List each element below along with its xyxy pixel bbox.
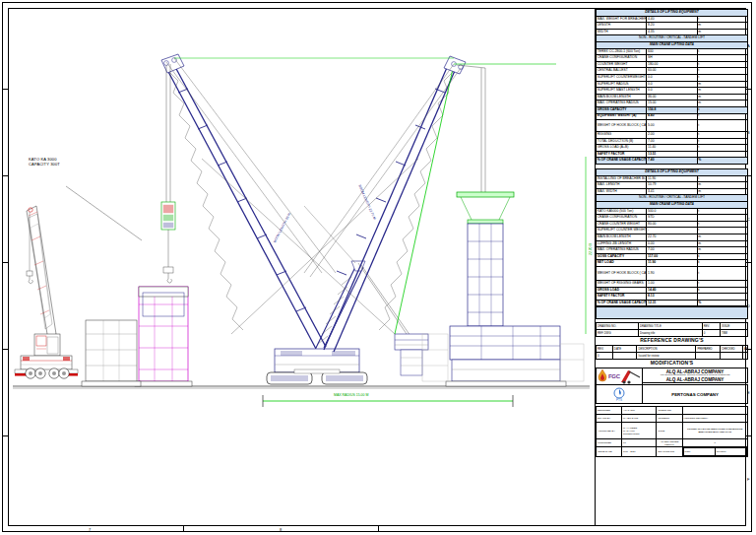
zone-tick	[2, 262, 9, 263]
row-value: 15.00	[647, 100, 697, 107]
row-value: 500.0	[647, 208, 697, 215]
hook-block-label: WEIGHT OF HOOK BLOCK ( CAP:150t)(HOOK PA…	[597, 266, 647, 280]
row-unit: m	[697, 88, 747, 95]
net-load-label: NET LOAD	[597, 260, 647, 267]
equipment-weight-value: 4.40	[647, 113, 697, 120]
row-label: LENGTH	[597, 23, 647, 30]
row-value: SH	[647, 55, 697, 62]
hook-block-value: 5.00	[647, 120, 697, 132]
row-value: 8.20	[647, 23, 697, 30]
row-label: MAX. OPERATING RADIUS	[597, 100, 647, 107]
zone-tick	[2, 175, 9, 176]
row-value: -	[647, 228, 697, 234]
spreader-beam	[457, 192, 514, 197]
gross-capacity-unit: t	[697, 106, 747, 113]
row-unit: m	[697, 234, 747, 241]
row-unit: m	[697, 188, 747, 195]
row-label: SUPERLIFT COUNTER WEIGHT	[597, 228, 647, 234]
safety-factor-unit	[697, 151, 747, 158]
mod-cell-3	[696, 353, 721, 360]
crane-elevation-drawing	[9, 9, 594, 525]
zone-tick	[378, 526, 379, 532]
drawing-sheet: A B C D E F 7 8	[0, 0, 756, 535]
row-value: 36.00	[647, 94, 697, 100]
titleblock-key: DESIGNED	[597, 407, 622, 415]
logo-group: FGC	[597, 368, 642, 384]
row-value: 3.41	[647, 188, 697, 195]
row-label: CENTRAL BALLEST	[597, 68, 647, 75]
row-unit: t	[697, 68, 747, 75]
row-label: COUNTER WEIGHT	[597, 61, 647, 68]
equipment-weight-label: EQUIPMENT WEIGHT (A)	[597, 113, 647, 120]
ref-header-0: DRAWING NO.	[597, 323, 639, 330]
flame-icon	[597, 368, 608, 384]
row-label: SUPERLIFT RADIUS	[597, 81, 647, 88]
row-value: 4.35	[647, 29, 697, 35]
titleblock-revision-label: Revision	[715, 448, 746, 456]
ref-cell-0: REF. DWG	[597, 330, 639, 337]
zone-tick	[2, 89, 9, 90]
row-value: 4.40	[647, 16, 697, 23]
table2-lift-class-band: NON - ROUTINE / CRITICAL -TANDEM LIFT	[597, 195, 748, 202]
gross-capacity-value: 156.8	[647, 106, 697, 113]
table2-subheader: MAIN CRANE LIFTING DATA	[597, 202, 748, 209]
client-company-name: PERTONAS COMPANY	[671, 392, 719, 397]
row-unit: m	[697, 100, 747, 107]
titleblock-value: 3/10 - 2024	[622, 447, 657, 457]
usage-capacity-unit: %	[697, 300, 747, 306]
title-and-data-panel: DETAILS OF LIFTING EQUIPMENT MAX. WEIGHT…	[596, 9, 748, 525]
hook-block-unit: t	[697, 120, 747, 132]
mod-header-3: PREPARED	[696, 346, 721, 353]
row-unit: t	[697, 16, 747, 23]
title-block: DESIGNED ALI JASIM CLIENT NO. DRAWN BY M…	[596, 406, 748, 457]
row-value: 0.0	[647, 88, 697, 95]
goss-capacity-value: 117.00	[647, 253, 697, 260]
gross-load-unit: t	[697, 287, 747, 294]
svg-text:PTS: PTS	[616, 397, 622, 401]
titleblock-rev: 0	[682, 439, 747, 447]
titleblock-key: TITLE	[657, 423, 682, 439]
logo-text: FGC	[608, 373, 620, 379]
ref-cell-3: TBM	[721, 330, 748, 337]
mod-cell-4	[720, 353, 742, 360]
titleblock-key: DRAWN BY	[597, 415, 622, 423]
row-value: 10.79	[647, 182, 697, 189]
mod-header-0: REV.	[597, 346, 613, 353]
titleblock-value: ALI JASIM	[622, 407, 657, 415]
row-label: CRANE CONFIGURATION	[597, 55, 647, 62]
gross-capacity-label: GROSS CAPACITY	[597, 106, 647, 113]
titleblock-page-label: Page	[683, 448, 715, 456]
goss-capacity-unit: t	[697, 253, 747, 260]
ref-cell-2: 0	[702, 330, 720, 337]
equipment-weight-unit: t	[697, 113, 747, 120]
kato-ka3000-crane	[15, 206, 78, 378]
row-unit	[697, 55, 747, 62]
row-label: LUFFING JIB LENGTH	[597, 240, 647, 247]
titleblock-key: PROJECT	[657, 415, 682, 423]
row-label: MAX. LENGTH	[597, 182, 647, 189]
row-value: 7.00	[647, 138, 697, 145]
ballast-tray	[395, 334, 428, 375]
mod-header-4: CHECKED	[720, 346, 742, 353]
row-label: MAX. WEIGHT FOR BREACHER BOX	[597, 16, 647, 23]
row-unit: t	[697, 61, 747, 68]
hook-block-value: 1.90	[647, 266, 697, 280]
row-unit: t	[697, 74, 747, 81]
drawing-title: LIFTING PLAN FOR INSTALLING CONVECTION B…	[682, 423, 747, 439]
platform-structure-left	[82, 320, 141, 386]
mod-header-1: DATE	[612, 346, 637, 353]
row-unit: t	[697, 228, 747, 234]
row-label: MAIN BOOM LENGTH	[597, 94, 647, 100]
ref-header-3: ISSUE	[721, 323, 748, 330]
hook-block-label: WEIGHT OF HOOK BLOCK ( CAP:1680t)HOOK PA…	[597, 120, 647, 132]
table1-subheader: MAIN CRANE LIFTING DATA	[597, 41, 748, 48]
contractor-company-name-2: ALQ AL-ABRAJ COMPANY	[643, 377, 747, 382]
goss-capacity-label: GOSS CAPACITY	[597, 253, 647, 260]
titleblock-key: APPROVED BY	[597, 423, 622, 439]
hook-block-unit: t	[697, 266, 747, 280]
client-name-cell: PERTONAS COMPANY	[643, 385, 748, 404]
titleblock-value	[682, 407, 747, 415]
net-load-unit: t	[697, 260, 747, 267]
zone-tick	[2, 435, 9, 436]
row-unit: m	[697, 247, 747, 254]
